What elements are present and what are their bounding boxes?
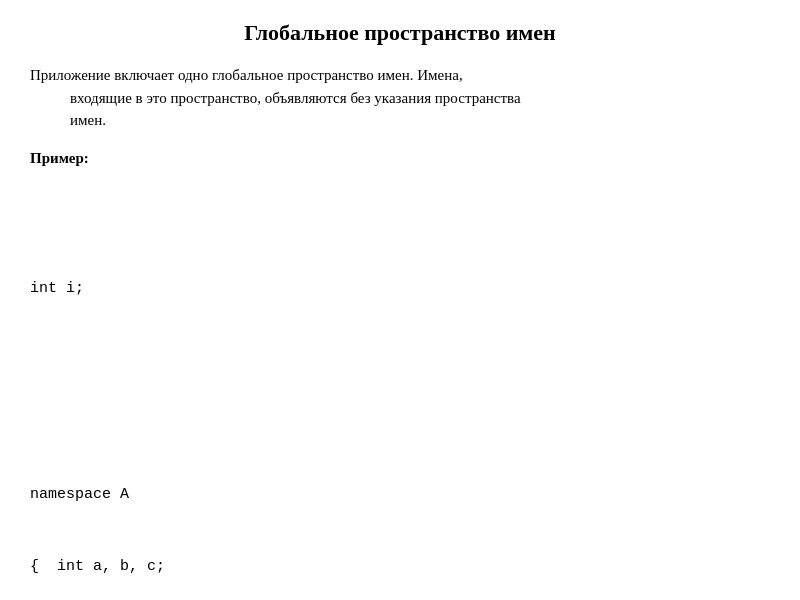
example-label: Пример:	[30, 150, 770, 167]
description-block: Приложение включает одно глобальное прос…	[30, 64, 770, 132]
code-section-1: int i;	[30, 229, 770, 349]
page-title: Глобальное пространство имен	[30, 20, 770, 46]
code-section-2: namespace A { int a, b, c; namespace B {…	[30, 435, 770, 601]
description-line1: Приложение включает одно глобальное прос…	[30, 67, 463, 83]
description-line2: входящие в это пространство, объявляются…	[30, 87, 521, 110]
code-line-1: int i;	[30, 277, 770, 301]
code-line-3: namespace A	[30, 483, 770, 507]
code-line-4: { int a, b, c;	[30, 555, 770, 579]
code-block: int i; namespace A { int a, b, c; namesp…	[30, 181, 770, 601]
description-line3: имен.	[30, 109, 106, 132]
